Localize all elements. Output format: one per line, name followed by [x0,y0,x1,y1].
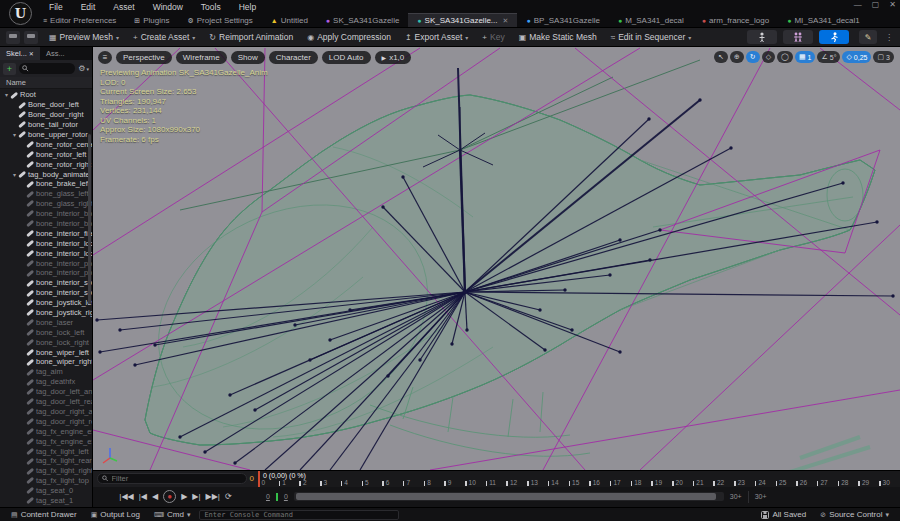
panel-tab[interactable]: Skel...✕ [0,47,40,60]
frame-tick[interactable]: 18 [631,479,652,487]
scale-snap-toggle[interactable]: ◇0,25 [842,51,871,63]
record-button[interactable]: ● [163,490,176,503]
tree-row[interactable]: bone_interior_lock [0,248,92,258]
save-status-button[interactable]: All Saved [756,510,811,519]
tree-expander-icon[interactable]: ▾ [11,131,18,138]
frame-tick[interactable]: 29 [858,479,879,487]
frame-tick[interactable]: 8 [424,479,445,487]
tree-row[interactable]: bone_interior_box [0,209,92,219]
tree-row[interactable]: bone_rotor_center [0,139,92,149]
export-asset-button[interactable]: ↥Export Asset▾ [398,30,475,45]
tree-row[interactable]: tag_fx_light_top [0,476,92,486]
tree-row[interactable]: bone_interior_box [0,219,92,229]
range-start-value[interactable]: 0 [266,493,270,500]
tree-row[interactable]: bone_interior_soft [0,288,92,298]
viewport-wireframe-button[interactable]: Wireframe [176,51,227,64]
play-button[interactable]: ▶ [181,493,187,501]
viewport-menu-button[interactable]: ≡ [98,51,112,64]
bone-search-input[interactable] [19,63,75,74]
tree-row[interactable]: bone_brake_left [0,179,92,189]
track-filter-input[interactable] [97,473,247,484]
content-drawer-button[interactable]: ▤ Content Drawer [6,510,82,519]
tree-row[interactable]: tag_door_right_ani [0,407,92,417]
console-text-field[interactable] [204,511,394,519]
tree-row[interactable]: bone_joystick_rig [0,308,92,318]
editor-tab[interactable]: ▲Untitled [262,13,317,27]
scale-tool-icon[interactable]: ◇ [762,51,775,63]
menu-help[interactable]: Help [230,2,265,12]
tree-row[interactable]: Bone_door_left [0,100,92,110]
frame-tick[interactable]: 25 [776,479,797,487]
frame-tick[interactable]: 3 [320,479,341,487]
rotate-tool-icon[interactable]: ↻ [746,51,760,63]
tree-row[interactable]: bone_lock_right [0,337,92,347]
tree-row[interactable]: tag_door_left_rear [0,397,92,407]
menu-asset[interactable]: Asset [104,2,143,12]
editor-tab[interactable]: ●SK_SA341Gazelle [317,13,409,27]
frame-tick[interactable]: 12 [506,479,527,487]
tree-row[interactable]: bone_interior_fire [0,228,92,238]
sequence-end-value[interactable]: 30+ [755,493,767,500]
tree-row[interactable]: bone_rotor_left [0,149,92,159]
select-tool-icon[interactable]: ↖ [714,51,728,63]
tree-row[interactable]: bone_glass_right [0,199,92,209]
editor-tab[interactable]: ●MI_SA341_decal1 [778,13,869,27]
tree-expander-icon[interactable]: ▾ [3,91,10,98]
tree-row[interactable]: bone_wiper_left [0,347,92,357]
editor-tab[interactable]: ●arm_france_logo [693,13,778,27]
reimport-animation-button[interactable]: ↻Reimport Animation [202,30,300,45]
timeline-scrollbar[interactable] [294,492,724,501]
frame-tick[interactable]: 14 [548,479,569,487]
window-minimize-button[interactable]: — [854,0,862,9]
play-reverse-button[interactable]: ◀ [152,493,158,501]
tree-row[interactable]: bone_interior_pos [0,258,92,268]
frame-tick[interactable]: 21 [693,479,714,487]
window-maximize-button[interactable]: ▢ [872,0,880,9]
output-log-button[interactable]: ▣ Output Log [86,510,145,519]
skeleton-group-button[interactable] [783,30,813,44]
cmd-selector[interactable]: ⌨ Cmd ▾ [149,510,196,519]
browse-content-icon[interactable] [24,31,38,44]
toolbar-overflow-icon[interactable]: ⋮ [885,33,894,42]
tree-row[interactable]: tag_seat_0 [0,486,92,496]
tree-row[interactable]: bone_interior_lock [0,238,92,248]
tree-row[interactable]: bone_rotor_right [0,159,92,169]
frame-tick[interactable]: 2 [299,479,320,487]
playhead-marker[interactable] [258,471,260,487]
camera-speed-toggle[interactable]: ▢3 [873,51,894,63]
frame-tick[interactable]: 15 [569,479,590,487]
tree-row[interactable]: bone_laser [0,317,92,327]
tree-row[interactable]: ▾Root [0,90,92,100]
editor-tab[interactable]: ●SK_SA341Gazelle...✕ [408,13,517,27]
grid-snap-toggle[interactable]: ▦1 [795,51,816,63]
menu-tools[interactable]: Tools [192,2,230,12]
skip-to-end-button[interactable]: ▶▶| [206,493,220,501]
tree-row[interactable]: tag_fx_engine_ext [0,436,92,446]
frame-tick[interactable]: 6 [382,479,403,487]
editor-tab[interactable]: ●M_SA341_decal [609,13,693,27]
step-forward-button[interactable]: ▶| [192,493,200,501]
editor-tab[interactable]: ≡Editor Preferences [34,13,125,27]
panel-tab[interactable]: Ass... [40,47,71,60]
create-asset-button[interactable]: +Create Asset▾ [126,30,202,45]
tab-close-icon[interactable]: ✕ [503,17,509,25]
animation-preview-button[interactable] [819,30,849,44]
frame-tick[interactable]: 9 [444,479,465,487]
tree-row[interactable]: bone_joystick_left [0,298,92,308]
frame-tick[interactable]: 1 [279,479,300,487]
add-bone-button[interactable]: + [3,63,16,75]
preview-mesh-button[interactable]: ▦Preview Mesh▾ [42,30,126,45]
tree-row[interactable]: bone_tail_rotor [0,120,92,130]
frame-tick[interactable]: 27 [817,479,838,487]
menu-file[interactable]: File [40,2,72,12]
window-close-button[interactable]: ✕ [889,0,896,9]
frame-tick[interactable]: 16 [589,479,610,487]
step-back-button[interactable]: |◀ [139,493,147,501]
world-space-icon[interactable]: ◯ [777,51,793,63]
tree-row[interactable]: ▾bone_upper_rotor [0,130,92,140]
frame-tick[interactable]: 5 [362,479,383,487]
3d-viewport[interactable]: ≡ PerspectiveWireframeShowCharacterLOD A… [93,47,900,470]
make-static-mesh-button[interactable]: ▣Make Static Mesh [512,30,604,45]
edit-in-sequencer-button[interactable]: ≈Edit in Sequencer▾ [604,30,699,45]
tree-row[interactable]: tag_fx_light_rear [0,456,92,466]
